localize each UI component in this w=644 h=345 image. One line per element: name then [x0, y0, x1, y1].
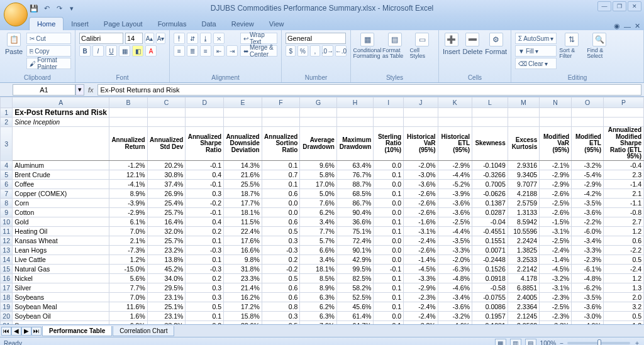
cell-B16[interactable]: 5.6%	[109, 274, 148, 283]
column-header-H[interactable]: H	[336, 97, 373, 108]
row-header-13[interactable]: 13	[1, 246, 13, 255]
cell-A1[interactable]: Ex-Post Returns and Risk	[13, 108, 109, 118]
tab-home[interactable]: Home	[29, 17, 64, 30]
cell-M21[interactable]: 2.0562	[508, 321, 539, 325]
cell-G1[interactable]	[300, 108, 336, 118]
format-painter-button[interactable]: 🖌Format Painter	[26, 58, 71, 69]
cell-P4[interactable]: -0.4	[603, 161, 643, 170]
cell-H16[interactable]: 82.5%	[336, 274, 373, 283]
cell-M20[interactable]: 2.1245	[508, 312, 539, 321]
cell-L21[interactable]: -0.1081	[472, 321, 508, 325]
cell-E9[interactable]: 18.1%	[224, 208, 262, 217]
cell-A10[interactable]: Gold	[13, 217, 109, 227]
cell-G14[interactable]: 3.4%	[300, 255, 336, 265]
cell-D9[interactable]: -0.1	[186, 208, 224, 217]
view-pagebreak-icon[interactable]: ▤	[525, 339, 536, 345]
cell-H19[interactable]: 45.6%	[336, 302, 373, 312]
cell-G16[interactable]: 8.5%	[300, 274, 336, 283]
header-cell-G[interactable]: Average Drawdown	[300, 127, 336, 161]
view-normal-icon[interactable]: ▦	[495, 339, 506, 345]
zoom-in-icon[interactable]: ＋	[634, 339, 640, 345]
cell-O7[interactable]: -4.2%	[572, 189, 604, 199]
cell-A19[interactable]: Soybean Meal	[13, 302, 109, 312]
cell-B15[interactable]: -15.0%	[109, 265, 148, 274]
cell-M5[interactable]: 9.3405	[508, 170, 539, 180]
comma-format-icon[interactable]: ,	[310, 45, 320, 57]
cell-F12[interactable]: 0.3	[262, 236, 300, 246]
cell-F18[interactable]: 0.6	[262, 293, 300, 302]
cell-H11[interactable]: 75.1%	[336, 227, 373, 236]
cell-E21[interactable]: 22.6%	[224, 321, 262, 325]
percent-format-icon[interactable]: %	[297, 45, 308, 57]
cell-C17[interactable]: 29.5%	[147, 283, 186, 293]
row-header-12[interactable]: 12	[1, 236, 13, 246]
sort-filter-button[interactable]: ⇅Sort & Filter	[559, 33, 584, 59]
row-header-18[interactable]: 18	[1, 293, 13, 302]
name-box[interactable]: A1	[13, 84, 75, 96]
cell-B11[interactable]: 7.0%	[109, 227, 148, 236]
cell-C1[interactable]	[147, 108, 186, 118]
cell-K17[interactable]: -4.6%	[438, 283, 472, 293]
cell-K12[interactable]: -3.5%	[438, 236, 472, 246]
cell-C16[interactable]: 34.0%	[147, 274, 186, 283]
cell-J17[interactable]: -2.9%	[404, 283, 438, 293]
cell-O19[interactable]: -3.6%	[572, 302, 604, 312]
column-header-L[interactable]: L	[472, 97, 508, 108]
cell-C7[interactable]: 26.9%	[147, 189, 186, 199]
cell-P18[interactable]: 2.0	[603, 293, 643, 302]
cell-B17[interactable]: 7.7%	[109, 283, 148, 293]
indent-decrease-icon[interactable]: ⇤	[213, 45, 225, 57]
cell-I15[interactable]: -0.1	[374, 265, 404, 274]
restore-button[interactable]: ❐	[613, 1, 626, 11]
cell-E4[interactable]: 14.3%	[224, 161, 262, 170]
cell-I11[interactable]: 0.1	[374, 227, 404, 236]
view-layout-icon[interactable]: ▥	[510, 339, 521, 345]
cell-F17[interactable]: 0.6	[262, 283, 300, 293]
bold-button[interactable]: B	[79, 45, 91, 57]
header-cell-A[interactable]	[13, 127, 109, 161]
cell-G2[interactable]	[300, 118, 336, 127]
paste-button[interactable]: 📋Paste	[4, 33, 24, 55]
cell-D7[interactable]: 0.3	[186, 189, 224, 199]
cell-D6[interactable]: -0.1	[186, 180, 224, 189]
column-header-G[interactable]: G	[300, 97, 336, 108]
cell-P20[interactable]: 0.5	[603, 312, 643, 321]
cell-L14[interactable]: -0.2448	[472, 255, 508, 265]
sheet-nav-last-icon[interactable]: ⏭	[31, 327, 42, 336]
cell-L11[interactable]: -0.4551	[472, 227, 508, 236]
cell-D16[interactable]: 0.2	[186, 274, 224, 283]
cell-M14[interactable]: 3.2533	[508, 255, 539, 265]
cell-I5[interactable]: 0.1	[374, 170, 404, 180]
row-header-3[interactable]: 3	[1, 127, 13, 161]
cell-E12[interactable]: 17.6%	[224, 236, 262, 246]
cell-F16[interactable]: 0.5	[262, 274, 300, 283]
cell-B7[interactable]: 8.9%	[109, 189, 148, 199]
cell-I18[interactable]: 0.1	[374, 293, 404, 302]
cell-G6[interactable]: 17.0%	[300, 180, 336, 189]
cell-N21[interactable]: -3.3%	[540, 321, 572, 325]
cell-P15[interactable]: -2.4	[603, 265, 643, 274]
cell-O13[interactable]: -3.3%	[572, 246, 604, 255]
cell-G5[interactable]: 5.8%	[300, 170, 336, 180]
cell-E8[interactable]: 17.7%	[224, 199, 262, 208]
row-header-8[interactable]: 8	[1, 199, 13, 208]
grow-font-icon[interactable]: A▴	[145, 33, 154, 44]
cell-D10[interactable]: 0.4	[186, 217, 224, 227]
cell-D8[interactable]: -0.2	[186, 199, 224, 208]
cell-N11[interactable]: -3.1%	[540, 227, 572, 236]
row-header-17[interactable]: 17	[1, 283, 13, 293]
row-header-5[interactable]: 5	[1, 170, 13, 180]
cell-D11[interactable]: 0.2	[186, 227, 224, 236]
fill-color-button[interactable]: ◧	[132, 45, 143, 57]
cell-L1[interactable]	[472, 108, 508, 118]
cell-N4[interactable]: -2.1%	[540, 161, 572, 170]
cell-K13[interactable]: -3.3%	[438, 246, 472, 255]
column-header-C[interactable]: C	[147, 97, 186, 108]
row-header-9[interactable]: 9	[1, 208, 13, 217]
column-header-F[interactable]: F	[262, 97, 300, 108]
copy-button[interactable]: ⎘Copy	[26, 45, 71, 57]
cell-I17[interactable]: 0.1	[374, 283, 404, 293]
cell-B21[interactable]: 6.0%	[109, 321, 148, 325]
cell-G8[interactable]: 7.6%	[300, 199, 336, 208]
cell-P17[interactable]: 1.3	[603, 283, 643, 293]
